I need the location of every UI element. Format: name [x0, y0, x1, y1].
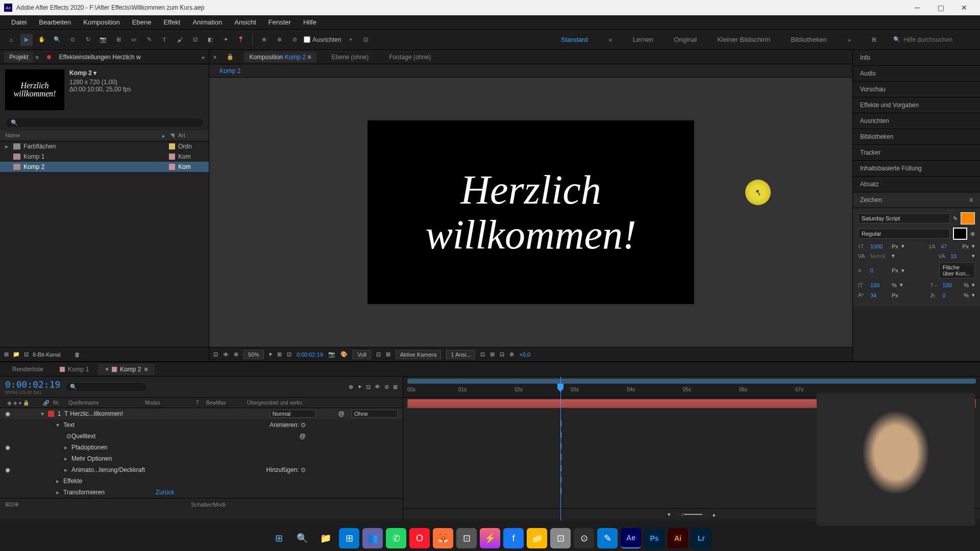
puppet-tool[interactable]: 📍 — [235, 34, 247, 46]
prop-pathoptions[interactable]: ◉ ▸ Pfadoptionen — [0, 442, 403, 453]
work-area-bar[interactable] — [407, 379, 976, 384]
font-style-dropdown[interactable]: Regular — [858, 229, 950, 239]
zoom-tool[interactable]: 🔍 — [51, 34, 63, 46]
swap-colors-icon[interactable]: ⊕ — [970, 231, 975, 237]
new-folder-icon[interactable]: 📁 — [13, 351, 20, 358]
viewer-opt2-icon[interactable]: 👁 — [223, 352, 229, 358]
parent-pickwhip-icon[interactable]: @ — [331, 410, 352, 417]
stroke-mode-dropdown[interactable]: Fläche über Kon... — [939, 262, 975, 279]
dropdown-icon[interactable]: ▾ — [892, 253, 895, 259]
viewer-tab-layer[interactable]: Ebene (ohne) — [327, 52, 374, 63]
viewer-close-icon[interactable]: × — [213, 54, 216, 60]
col-source[interactable]: Quellenname — [66, 400, 143, 406]
label-color[interactable] — [169, 164, 175, 170]
viewer-opt6-icon[interactable]: ⊡ — [287, 351, 291, 358]
menu-fenster[interactable]: Fenster — [262, 16, 297, 28]
effect-controls-tab[interactable]: Effekteinstellungen Herzlich w — [54, 52, 146, 63]
taskbar-lightroom[interactable]: Lr — [691, 528, 712, 548]
panel-paragraph[interactable]: Absatz — [853, 177, 980, 192]
zoom-in-icon[interactable]: ▴ — [713, 511, 716, 518]
minimize-button[interactable]: ─ — [905, 0, 929, 15]
channels-icon[interactable]: 🎨 — [340, 351, 348, 358]
viewer-opt1-icon[interactable]: ⊡ — [213, 351, 218, 358]
animate-button[interactable]: Animieren: ⊙ — [270, 421, 398, 429]
visibility-toggle[interactable]: ◉ — [5, 410, 13, 417]
font-family-dropdown[interactable]: Saturday Script — [858, 213, 950, 223]
taskbar-start[interactable]: ⊞ — [268, 528, 289, 548]
stroke-color-swatch[interactable] — [953, 228, 967, 240]
timeline-tab-komp1[interactable]: Komp 1 — [53, 364, 96, 375]
tsume-value[interactable]: 0 — [942, 292, 961, 298]
snapshot-icon[interactable]: 📷 — [328, 351, 335, 358]
dropdown-icon[interactable]: ▾ — [900, 282, 903, 288]
viewer-opt7-icon[interactable]: ⊡ — [376, 351, 381, 358]
brush-tool[interactable]: 🖌 — [174, 34, 186, 46]
tracking-value[interactable]: 10 — [950, 253, 969, 259]
interpret-icon[interactable]: ⊞ — [4, 351, 9, 358]
viewer-time[interactable]: 0:00:02:19 — [297, 352, 323, 358]
panel-info[interactable]: Info — [853, 50, 980, 66]
exposure-value[interactable]: +0,0 — [519, 352, 530, 358]
close-button[interactable]: ✕ — [952, 0, 976, 15]
prop-moreoptions[interactable]: ▸ Mehr Optionen — [0, 453, 403, 464]
panel-audio[interactable]: Audio — [853, 66, 980, 82]
menu-datei[interactable]: Datei — [5, 16, 33, 28]
prop-sourcetext[interactable]: ⊙ Quelltext @ — [0, 431, 403, 442]
taskbar-messenger[interactable]: ⚡ — [480, 528, 500, 548]
eyedropper-icon[interactable]: ✎ — [953, 215, 958, 222]
font-size-value[interactable]: 1000 — [870, 243, 889, 249]
menu-effekt[interactable]: Effekt — [157, 16, 186, 28]
workspace-reset-icon[interactable]: ⊞ — [868, 34, 880, 46]
label-color[interactable] — [169, 154, 175, 160]
dropdown-icon[interactable]: ▾ — [972, 253, 975, 259]
project-item-folder[interactable]: ▸ Farbflächen Ordn — [0, 141, 209, 152]
aux3-tool[interactable]: ⊘ — [288, 34, 301, 46]
baseline-value[interactable]: 34 — [870, 292, 889, 298]
comp-name-label[interactable]: Komp 2 — [69, 69, 92, 77]
dropdown-icon[interactable]: ▾ — [972, 292, 975, 298]
selection-tool[interactable]: ▶ — [20, 34, 33, 46]
add-button[interactable]: Hinzufügen: ⊙ — [266, 466, 398, 473]
viewer-opt4-icon[interactable]: ▾ — [269, 351, 272, 358]
type-tool[interactable]: T — [158, 34, 170, 46]
col-mode[interactable]: Modus — [143, 400, 194, 406]
timeline-tool4-icon[interactable]: 👁 — [375, 384, 380, 390]
viewer-opt8-icon[interactable]: ⊞ — [386, 351, 390, 358]
stopwatch-icon[interactable]: ⊙ — [66, 433, 71, 440]
col-trkmat[interactable]: T — [194, 400, 204, 406]
menu-ansicht[interactable]: Ansicht — [228, 16, 262, 28]
panel-preview[interactable]: Vorschau — [853, 82, 980, 97]
zoom-slider[interactable]: ○━━━━━ — [681, 511, 702, 518]
viewer-opt12-icon[interactable]: ⊕ — [509, 351, 514, 358]
dropdown-icon[interactable]: ▾ — [901, 267, 904, 274]
roto-tool[interactable]: ✦ — [219, 34, 232, 46]
rotate-tool[interactable]: ↻ — [82, 34, 94, 46]
viewer-opt11-icon[interactable]: ⊡ — [500, 351, 504, 358]
dropdown-icon[interactable]: ▾ — [972, 282, 975, 288]
viewer-opt10-icon[interactable]: ⊞ — [490, 351, 495, 358]
project-col-name[interactable]: Name — [5, 132, 162, 139]
dropdown-icon[interactable]: ▾ — [901, 243, 904, 249]
project-col-type[interactable]: Art — [178, 132, 204, 139]
hand-tool[interactable]: ✋ — [36, 34, 48, 46]
aux1-tool[interactable]: ⊕ — [258, 34, 270, 46]
timeline-tool6-icon[interactable]: ⊞ — [393, 384, 398, 390]
viewer-tab-composition[interactable]: Komposition Komp 2 ≡ — [244, 52, 316, 63]
toggle-modes-icon[interactable]: ⊡ — [10, 501, 14, 508]
trkmat-dropdown[interactable]: Ohne — [352, 410, 398, 418]
playhead[interactable] — [560, 377, 561, 520]
taskbar-obs[interactable]: ⊙ — [574, 528, 594, 548]
workspace-overflow-icon[interactable]: » — [843, 34, 855, 46]
timeline-tool2-icon[interactable]: ✦ — [357, 384, 362, 390]
toggle-switches-icon[interactable]: ⊞ — [5, 501, 10, 508]
layer-row-1[interactable]: ◉ ▾ 1 T Herzlic...illkommen! Normal @ Oh… — [0, 408, 403, 419]
switches-modes-toggle[interactable]: Schalter/Modi — [191, 502, 225, 508]
visibility-toggle[interactable]: ◉ — [5, 444, 13, 451]
workspace-standard[interactable]: Standard — [557, 34, 592, 46]
snap-checkbox[interactable]: Ausrichten — [304, 36, 341, 43]
fill-color-swatch[interactable] — [961, 212, 975, 224]
project-tab-menu-icon[interactable]: ≡ — [35, 54, 38, 60]
blend-mode-dropdown[interactable]: Normal — [270, 410, 316, 418]
timeline-tab-komp2[interactable]: × Komp 2 ≡ — [98, 364, 155, 375]
taskbar-illustrator[interactable]: Ai — [668, 528, 688, 548]
